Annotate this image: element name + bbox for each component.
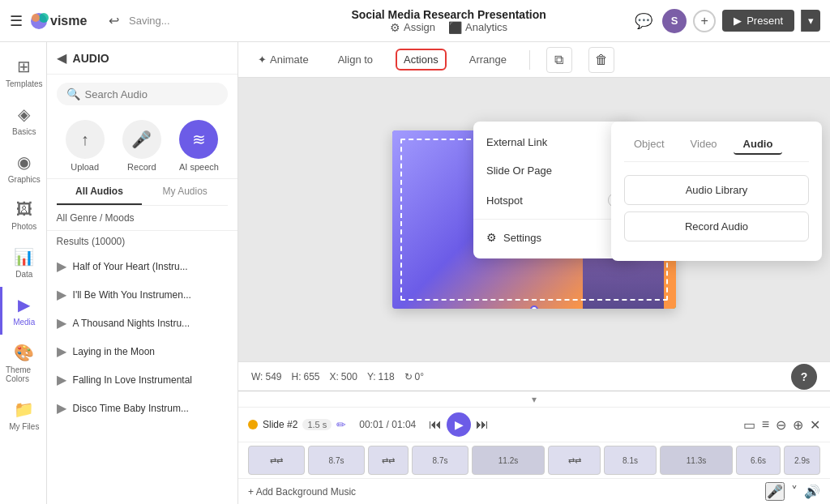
menu-icon[interactable]: ☰ (10, 12, 23, 30)
play-icon: ▶ (57, 315, 66, 331)
edit-slide-button[interactable]: ✏ (336, 418, 346, 431)
sidebar-item-photos[interactable]: 🖼 Photos (0, 192, 46, 239)
zoom-out-button[interactable]: ⊖ (776, 417, 786, 433)
list-item[interactable]: ▶ Half of Your Heart (Instru... (47, 252, 237, 280)
sidebar-item-graphics[interactable]: ◉ Graphics (0, 144, 46, 192)
audio-library-button[interactable]: Audio Library (624, 175, 809, 205)
track-duration: 8.7s (329, 456, 344, 465)
footer-chevron-button[interactable]: ˅ (791, 484, 798, 499)
topbar-right: 💬 S + ▶ Present ▾ (622, 9, 830, 33)
upload-label: Upload (71, 162, 99, 172)
timeline-collapse-button[interactable]: ▾ (238, 391, 830, 408)
assign-action[interactable]: ⚙ Assign (390, 21, 435, 34)
list-item[interactable]: ▶ Falling In Love Instrumental (47, 365, 237, 394)
help-button[interactable]: ? (791, 364, 817, 390)
track-item[interactable]: 11.2s (472, 446, 545, 475)
add-collaborator-button[interactable]: + (693, 10, 716, 32)
tab-object[interactable]: Object (624, 135, 674, 155)
search-bar: 🔍 (57, 83, 228, 105)
volume-button[interactable]: 🔊 (804, 484, 820, 499)
zoom-in-button[interactable]: ⊕ (793, 417, 803, 433)
play-icon: ▶ (57, 372, 66, 387)
track-item[interactable]: 8.7s (412, 446, 468, 475)
results-count: Results (10000) (47, 231, 237, 252)
undo-icon[interactable]: ↩ (109, 13, 119, 28)
track-item[interactable]: 8.7s (308, 446, 365, 475)
align-to-toolbar-item[interactable]: Align to (332, 50, 379, 69)
timeline-settings-button[interactable]: ≡ (762, 417, 769, 432)
canvas-area: External Link Slide Or Page Hotspot ? ⚙ … (238, 78, 830, 391)
track-icons: ⇄⇄ (382, 456, 395, 465)
sidebar-item-basics[interactable]: ◈ Basics (0, 96, 46, 144)
sidebar-item-data[interactable]: 📊 Data (0, 239, 46, 287)
back-arrow-icon[interactable]: ◀ (57, 50, 66, 66)
arrange-toolbar-item[interactable]: Arrange (463, 50, 513, 69)
link-dialog: Object Video Audio Audio Library Record … (611, 122, 822, 261)
upload-item-record[interactable]: 🎤 Record (122, 120, 161, 172)
sidebar-item-my-files[interactable]: 📁 My Files (0, 391, 46, 439)
list-item[interactable]: ▶ Disco Time Baby Instrum... (47, 394, 237, 422)
chat-button[interactable]: 💬 (631, 9, 656, 33)
handle-bottom[interactable] (530, 305, 538, 309)
play-icon: ▶ (57, 344, 66, 359)
track-item[interactable]: ⇄⇄ (368, 446, 409, 475)
screen-view-button[interactable]: ▭ (743, 417, 755, 433)
actions-toolbar-item[interactable]: Actions (396, 49, 447, 70)
add-background-music-button[interactable]: + Add Background Music (248, 486, 356, 498)
track-icons: ⇄⇄ (568, 456, 581, 465)
y-field[interactable]: Y: 118 (367, 371, 395, 382)
tab-video[interactable]: Video (681, 135, 727, 155)
track-item[interactable]: 2.9s (784, 446, 820, 475)
align-to-label: Align to (338, 53, 373, 66)
toolbar-bar: ✦ Animate Align to Actions Arrange ⧉ 🗑 (238, 42, 830, 78)
slide-duration: 1.5 s (302, 419, 332, 430)
record-audio-button[interactable]: Record Audio (624, 211, 809, 241)
timeline-footer: + Add Background Music 🎤 ˅ 🔊 (238, 478, 830, 504)
play-button[interactable]: ▶ (447, 412, 471, 437)
collapse-icon: ▾ (532, 394, 537, 405)
upload-item-ai-speech[interactable]: ≋ AI speech (179, 120, 219, 172)
templates-icon: ⊞ (17, 57, 31, 76)
tab-all-audios[interactable]: All Audios (57, 179, 143, 205)
track-item[interactable]: ⇄⇄ (548, 446, 601, 475)
sidebar-item-media[interactable]: ▶ Media (0, 287, 46, 335)
track-item[interactable]: 11.3s (660, 446, 733, 475)
upload-item-upload[interactable]: ↑ Upload (66, 120, 105, 172)
timeline-close-button[interactable]: ✕ (810, 417, 820, 433)
ai-speech-label: AI speech (179, 162, 219, 172)
play-icon: ▶ (57, 400, 66, 416)
animate-toolbar-item[interactable]: ✦ Animate (251, 50, 315, 69)
copy-button[interactable]: ⧉ (546, 47, 572, 73)
slide-dot (248, 420, 258, 429)
mic-button[interactable]: 🎤 (765, 482, 785, 501)
audio-title: Laying in the Moon (73, 346, 155, 357)
next-button[interactable]: ⏭ (476, 417, 489, 432)
width-field[interactable]: W: 549 (251, 371, 281, 382)
sidebar-item-theme-colors[interactable]: 🎨 Theme Colors (0, 335, 46, 391)
timeline-bar: ▾ Slide #2 1.5 s ✏ 00:01 / 01:04 ⏮ ▶ ⏭ ▭… (238, 391, 830, 504)
previous-button[interactable]: ⏮ (429, 417, 442, 432)
audio-panel: ◀ AUDIO 🔍 ↑ Upload 🎤 Record ≋ AI speech … (47, 42, 238, 504)
genre-filter[interactable]: All Genre / Moods (47, 206, 237, 231)
list-item[interactable]: ▶ A Thousand Nights Instru... (47, 309, 237, 337)
external-link-label: External Link (486, 136, 547, 148)
track-item[interactable]: 8.1s (604, 446, 657, 475)
search-icon: 🔍 (66, 88, 80, 100)
rotate-field[interactable]: ↻ 0° (404, 371, 424, 382)
tab-my-audios[interactable]: My Audios (142, 179, 228, 205)
track-item[interactable]: 6.6s (736, 446, 781, 475)
search-input[interactable] (85, 88, 221, 100)
settings-label: Settings (503, 232, 541, 244)
track-item[interactable]: ⇄⇄ (248, 446, 305, 475)
tab-audio[interactable]: Audio (734, 135, 783, 155)
present-button[interactable]: ▶ Present (722, 10, 794, 32)
delete-button[interactable]: 🗑 (588, 47, 614, 73)
logo-area: visme (29, 10, 102, 32)
x-field[interactable]: X: 500 (330, 371, 357, 382)
analytics-action[interactable]: ⬛ Analytics (448, 21, 507, 34)
list-item[interactable]: ▶ Laying in the Moon (47, 337, 237, 365)
present-dropdown-button[interactable]: ▾ (801, 10, 820, 32)
height-field[interactable]: H: 655 (291, 371, 319, 382)
list-item[interactable]: ▶ I'll Be With You Instrumen... (47, 280, 237, 309)
sidebar-item-templates[interactable]: ⊞ Templates (0, 49, 46, 96)
